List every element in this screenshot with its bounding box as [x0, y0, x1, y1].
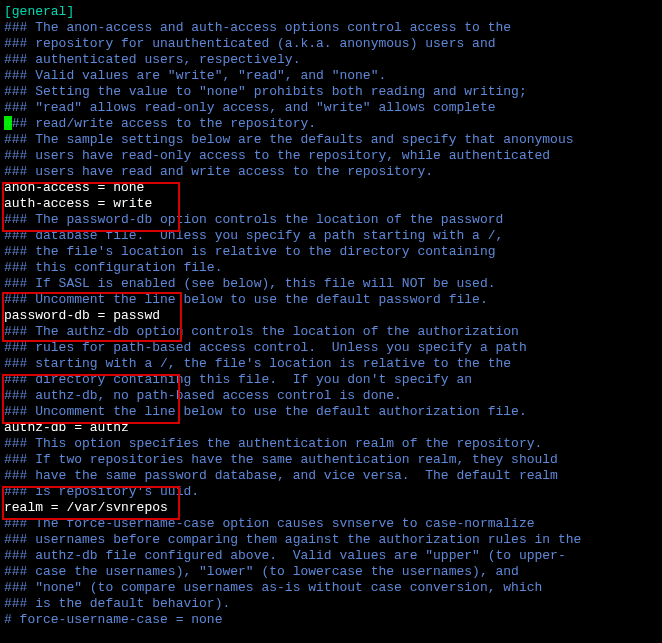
comment-line: ### the file's location is relative to t… [4, 244, 495, 259]
config-setting: auth-access = write [4, 196, 152, 211]
comment-line: ### read/write access to the repository. [4, 116, 316, 131]
config-setting: authz-db = authz [4, 420, 129, 435]
comment-line: ### The authz-db option controls the loc… [4, 324, 519, 339]
comment-line: ### The force-username-case option cause… [4, 516, 535, 531]
comment-line: ### starting with a /, the file's locati… [4, 356, 511, 371]
config-setting: anon-access = none [4, 180, 144, 195]
comment-line: ### usernames before comparing them agai… [4, 532, 581, 547]
comment-line: ### repository for unauthenticated (a.k.… [4, 36, 495, 51]
comment-line: ### authz-db file configured above. Vali… [4, 548, 566, 563]
comment-line: ### If two repositories have the same au… [4, 452, 558, 467]
comment-line: ### The sample settings below are the de… [4, 132, 574, 147]
comment-line: ### The password-db option controls the … [4, 212, 503, 227]
comment-line: ### Setting the value to "none" prohibit… [4, 84, 527, 99]
comment-line: ### directory containing this file. If y… [4, 372, 472, 387]
comment-line: ### Uncomment the line below to use the … [4, 292, 488, 307]
comment-line: ### users have read-only access to the r… [4, 148, 550, 163]
comment-line: ### rules for path-based access control.… [4, 340, 527, 355]
comment-line: ### is the default behavior). [4, 596, 230, 611]
comment-line: ### is repository's uuid. [4, 484, 199, 499]
text-cursor [4, 116, 12, 130]
section-header: [general] [4, 4, 74, 19]
comment-line: ### "read" allows read-only access, and … [4, 100, 495, 115]
comment-line: ### have the same password database, and… [4, 468, 558, 483]
comment-line: ### "none" (to compare usernames as-is w… [4, 580, 542, 595]
config-setting: password-db = passwd [4, 308, 160, 323]
comment-line: ### case the usernames), "lower" (to low… [4, 564, 519, 579]
config-setting: realm = /var/svnrepos [4, 500, 168, 515]
comment-line: ### users have read and write access to … [4, 164, 433, 179]
comment-line: ### This option specifies the authentica… [4, 436, 542, 451]
comment-line: ### Uncomment the line below to use the … [4, 404, 527, 419]
config-file-content[interactable]: [general] ### The anon-access and auth-a… [4, 4, 658, 643]
comment-line: ### Valid values are "write", "read", an… [4, 68, 386, 83]
comment-line: # force-username-case = none [4, 612, 222, 627]
comment-line: ### If SASL is enabled (see below), this… [4, 276, 495, 291]
comment-line: ### authenticated users, respectively. [4, 52, 300, 67]
comment-line: ### The anon-access and auth-access opti… [4, 20, 511, 35]
comment-line: ### this configuration file. [4, 260, 222, 275]
comment-line: ### database file. Unless you specify a … [4, 228, 503, 243]
comment-line: ### authz-db, no path-based access contr… [4, 388, 402, 403]
